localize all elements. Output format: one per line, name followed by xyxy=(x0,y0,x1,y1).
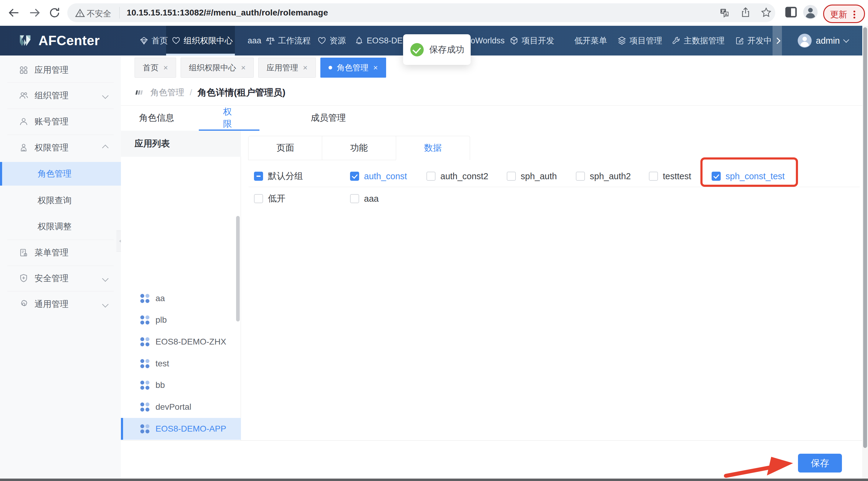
forward-icon[interactable] xyxy=(29,7,41,19)
checkbox-unchecked[interactable] xyxy=(649,172,658,181)
nav-item-lowcode-menu[interactable]: 低开菜单 xyxy=(574,26,607,56)
sidebar-item-app-mgmt[interactable]: 应用管理 xyxy=(0,57,121,83)
tab-role-info[interactable]: 角色信息 xyxy=(138,106,175,130)
checkbox-indeterminate[interactable] xyxy=(254,172,263,181)
checkbox-unchecked[interactable] xyxy=(507,172,516,181)
sidebar-item-label: 权限调整 xyxy=(38,221,71,232)
close-icon[interactable]: × xyxy=(373,63,378,72)
tab-chip-home[interactable]: 首页 × xyxy=(134,58,176,78)
app-list-item[interactable]: devPortal xyxy=(121,396,241,418)
app-list-scrollbar[interactable] xyxy=(236,216,240,322)
app-list-item[interactable]: EOS8-DEMO-ZHX xyxy=(121,331,241,353)
browser-menu-icon[interactable] xyxy=(854,9,855,20)
perm-sph-auth[interactable]: sph_auth xyxy=(507,172,557,181)
chevron-up-icon xyxy=(102,144,108,151)
checkbox-unchecked[interactable] xyxy=(576,172,585,181)
tab-label: 角色管理 xyxy=(337,62,369,73)
nav-item-in-development[interactable]: 开发中 xyxy=(735,26,772,56)
sidebar-item-general-mgmt[interactable]: 通用管理 xyxy=(0,291,121,317)
perm-auth-const2[interactable]: auth_const2 xyxy=(427,172,488,181)
users-icon xyxy=(19,91,29,100)
browser-update-button[interactable]: 更新 xyxy=(823,4,865,23)
sidebar-item-perm-adjust[interactable]: 权限调整 xyxy=(0,213,121,240)
sidebar-item-menu-mgmt[interactable]: 菜单管理 xyxy=(0,240,121,266)
browser-profile-avatar[interactable] xyxy=(803,4,818,20)
nav-item-label: EOS8-DE xyxy=(367,36,403,46)
document-icon xyxy=(19,248,29,258)
save-button[interactable]: 保存 xyxy=(798,454,842,473)
perm-lowcode[interactable]: 低开 xyxy=(254,194,285,203)
breadcrumb-section[interactable]: 角色管理 xyxy=(150,87,184,98)
close-icon[interactable]: × xyxy=(163,63,168,72)
translate-icon[interactable] xyxy=(719,7,730,18)
tab-chip-role-mgmt[interactable]: 角色管理 × xyxy=(320,58,386,78)
nav-item-home[interactable]: 首页 xyxy=(140,26,168,56)
page-scrollbar-thumb[interactable] xyxy=(863,27,867,448)
app-list-item[interactable]: plb xyxy=(121,309,241,331)
close-icon[interactable]: × xyxy=(241,63,246,72)
heart-icon xyxy=(172,36,181,45)
nav-item-resources[interactable]: 资源 xyxy=(317,26,346,56)
nav-item-master-data[interactable]: 主数据管理 xyxy=(672,26,725,56)
app-list-item[interactable]: aa xyxy=(121,288,241,309)
brand-name: AFCenter xyxy=(38,33,100,48)
tab-label: 数据 xyxy=(424,142,442,154)
app-list-item[interactable]: test xyxy=(121,353,241,374)
bookmark-star-icon[interactable] xyxy=(761,7,772,18)
user-name: admin xyxy=(816,36,840,46)
tab-chip-app-mgmt[interactable]: 应用管理 × xyxy=(258,58,315,78)
sidebar-item-security-mgmt[interactable]: 安全管理 xyxy=(0,266,121,291)
checkbox-checked[interactable] xyxy=(350,172,359,181)
nav-overflow-chevron[interactable] xyxy=(773,26,782,56)
close-icon[interactable]: × xyxy=(303,63,307,72)
tab-permissions[interactable]: 权限 xyxy=(223,106,237,130)
perm-label: sph_auth2 xyxy=(590,171,631,181)
nav-item-project-dev[interactable]: 项目开发 xyxy=(509,26,554,56)
tab-label: 成员管理 xyxy=(311,112,346,124)
nav-item-workflow[interactable]: 工作流程 xyxy=(266,26,311,56)
sidebar-item-org-mgmt[interactable]: 组织管理 xyxy=(0,83,121,109)
perm-label: auth_const xyxy=(364,171,407,181)
side-panel-icon[interactable] xyxy=(784,5,798,19)
sidebar-item-role-mgmt[interactable]: 角色管理 xyxy=(0,162,121,186)
sidebar-item-label: 安全管理 xyxy=(35,273,68,284)
tab-member-mgmt[interactable]: 成员管理 xyxy=(310,106,346,130)
perm-group-default[interactable]: 默认分组 xyxy=(254,172,303,181)
perm-tab-function[interactable]: 功能 xyxy=(322,136,396,160)
perm-tab-page[interactable]: 页面 xyxy=(248,136,322,160)
nav-item-eos8-de[interactable]: EOS8-DE xyxy=(354,26,403,56)
open-tabs-bar: 首页 × 组织权限中心 × 应用管理 × 角色管理 × xyxy=(121,56,868,80)
nav-item-org-auth-center[interactable]: 组织权限中心 xyxy=(172,26,233,56)
back-icon[interactable] xyxy=(8,7,20,19)
checkbox-unchecked[interactable] xyxy=(427,172,435,181)
app-icon xyxy=(140,402,149,412)
alarm-icon xyxy=(354,36,364,45)
perm-aaa[interactable]: aaa xyxy=(350,194,378,203)
sidebar-item-account-mgmt[interactable]: 账号管理 xyxy=(0,109,121,134)
sidebar-item-perm-query[interactable]: 权限查询 xyxy=(0,187,121,213)
checkbox-unchecked[interactable] xyxy=(350,194,359,203)
perm-testtest[interactable]: testtest xyxy=(649,172,691,181)
app-logo[interactable]: AFCenter xyxy=(17,26,100,56)
reload-icon[interactable] xyxy=(49,7,61,19)
tab-chip-org-auth-center[interactable]: 组织权限中心 × xyxy=(181,58,254,78)
perm-sph-auth2[interactable]: sph_auth2 xyxy=(576,172,631,181)
checkbox-unchecked[interactable] xyxy=(254,194,263,203)
sidebar-item-perm-mgmt[interactable]: 权限管理 xyxy=(0,134,121,161)
perm-auth-const[interactable]: auth_const xyxy=(350,172,407,181)
nav-item-oworldss[interactable]: oWorldss xyxy=(471,26,505,56)
security-label[interactable]: 不安全 xyxy=(87,8,111,19)
nav-item-label: 项目开发 xyxy=(522,35,554,46)
address-bar[interactable]: 不安全 10.15.15.151:13082/#/menu_auth/role/… xyxy=(67,3,775,22)
perm-tab-data[interactable]: 数据 xyxy=(396,136,470,160)
app-list-header: 应用列表 xyxy=(121,131,241,157)
user-menu[interactable]: admin xyxy=(798,26,848,56)
app-list-item-selected[interactable]: EOS8-DEMO-APP xyxy=(121,418,241,440)
nav-item-project-mgmt[interactable]: 项目管理 xyxy=(617,26,662,56)
nav-item-aaa[interactable]: aaa xyxy=(248,26,261,56)
url-text[interactable]: 10.15.15.151:13082/#/menu_auth/role/role… xyxy=(127,8,328,18)
share-icon[interactable] xyxy=(740,7,751,18)
tab-label: 应用管理 xyxy=(267,62,298,73)
tab-label: 功能 xyxy=(350,142,368,154)
app-list-item[interactable]: bb xyxy=(121,374,241,396)
